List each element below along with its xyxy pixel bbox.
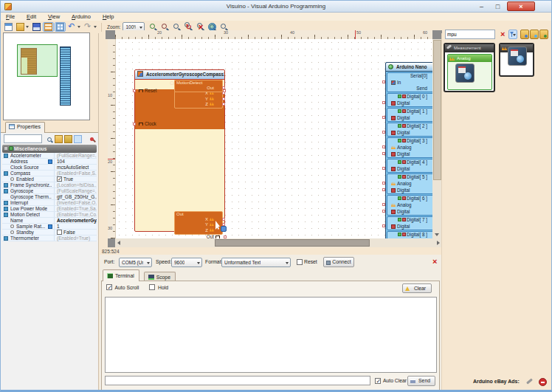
- pin-connector[interactable]: [382, 182, 385, 185]
- property-row[interactable]: Thermometer (Enabled=True): [2, 235, 97, 241]
- pin-connector[interactable]: [382, 203, 385, 206]
- property-row[interactable]: Standby False: [2, 230, 97, 235]
- board-title-bar[interactable]: Arduino Nano: [386, 63, 432, 72]
- component-accelerometer-gyroscope-compass[interactable]: AccelerometerGyroscopeCompass1 Compass R…: [134, 69, 225, 232]
- board-pin-group[interactable]: Digital[ 8 ] Digital: [387, 231, 432, 238]
- pin-connector[interactable]: [382, 80, 385, 83]
- board-pin-group[interactable]: Digital[ 6 ] Analog Digital: [387, 195, 432, 216]
- property-value[interactable]: 104: [55, 159, 97, 165]
- menu-item[interactable]: Arduino: [66, 13, 96, 20]
- input-pin[interactable]: Analog: [387, 202, 432, 208]
- close-button[interactable]: ×: [507, 1, 535, 11]
- property-row[interactable]: Enabled True: [2, 176, 97, 182]
- input-pin[interactable]: Digital: [387, 100, 432, 106]
- board-pin-group[interactable]: Digital[ 0 ] Digital: [387, 93, 432, 107]
- input-pin[interactable]: Digital: [387, 208, 432, 215]
- pin-connector[interactable]: [222, 103, 225, 106]
- pin-connector[interactable]: [382, 116, 385, 119]
- property-row[interactable]: Name AccelerometerGy...: [2, 218, 97, 224]
- arrange-components-icon[interactable]: [549, 30, 552, 39]
- filter-props-icon[interactable]: [45, 135, 53, 143]
- pin-connector[interactable]: [382, 145, 385, 148]
- expand-icon[interactable]: [4, 201, 8, 205]
- reset-checkbox[interactable]: [297, 259, 303, 265]
- canvas-horizontal-scrollbar[interactable]: [108, 238, 442, 247]
- input-pin[interactable]: Digital: [387, 129, 432, 136]
- input-pin[interactable]: Digital: [387, 223, 432, 230]
- category-favorites-icon[interactable]: [539, 30, 548, 39]
- board-send-label[interactable]: Send: [387, 86, 432, 92]
- save-project-icon[interactable]: [31, 22, 42, 32]
- hold-checkbox[interactable]: [149, 284, 155, 290]
- scroll-down-icon[interactable]: [435, 233, 439, 236]
- input-pin[interactable]: Digital: [387, 187, 432, 193]
- undo-icon[interactable]: [66, 22, 82, 32]
- tab-properties[interactable]: Properties: [5, 122, 45, 133]
- pin-connector[interactable]: [222, 97, 225, 100]
- property-value[interactable]: False: [55, 230, 97, 235]
- disconnect-icon[interactable]: [432, 258, 440, 266]
- open-project-icon[interactable]: [15, 22, 30, 32]
- board-pin-group[interactable]: Serial[0] In Send: [387, 72, 432, 92]
- toggle-captions-icon[interactable]: [43, 22, 54, 32]
- filter-components-icon[interactable]: [508, 30, 517, 39]
- board-pin-group[interactable]: Digital[ 1 ] Digital: [387, 108, 432, 122]
- component-title-bar[interactable]: AccelerometerGyroscopeCompass1: [135, 70, 224, 80]
- board-pin-group[interactable]: Digital[ 4 ] Digital: [387, 159, 432, 173]
- mpu-component-thumbnail[interactable]: [455, 63, 475, 83]
- tab-terminal[interactable]: Terminal: [103, 269, 139, 281]
- pin-reset[interactable]: Reset: [137, 88, 156, 94]
- property-row[interactable]: Gyroscope Therm... gtf_GB_250Hz_G...: [2, 194, 97, 200]
- speed-select[interactable]: 9600: [171, 258, 202, 267]
- connect-button[interactable]: Connect: [323, 257, 354, 267]
- input-pin[interactable]: Digital: [387, 151, 432, 157]
- scrollbar-thumb[interactable]: [433, 40, 441, 180]
- palette-subcategory-analog[interactable]: Analog: [447, 54, 492, 90]
- ads-stop-icon[interactable]: [539, 378, 547, 386]
- terminal-output[interactable]: [105, 297, 437, 373]
- pin-connector[interactable]: [382, 152, 385, 155]
- expand-icon[interactable]: [4, 236, 8, 241]
- property-row[interactable]: Accelerometer (FullScaleRange=...: [2, 153, 97, 159]
- property-value[interactable]: (Enabled=True,Sa...: [55, 206, 97, 212]
- property-value[interactable]: (FullScaleRange=...: [55, 188, 97, 194]
- property-value[interactable]: AccelerometerGy...: [55, 218, 97, 224]
- property-row[interactable]: Gyroscope (FullScaleRange=...: [2, 188, 97, 194]
- redo-icon[interactable]: [83, 22, 98, 32]
- toggle-grid-icon[interactable]: [55, 22, 66, 32]
- property-row[interactable]: Sample Rat... 1: [2, 224, 97, 230]
- scrollbar-thumb[interactable]: [215, 239, 370, 247]
- palette-subcategory-header[interactable]: Analog: [448, 55, 491, 62]
- scroll-right-icon[interactable]: [437, 241, 440, 245]
- auto-scroll-checkbox[interactable]: [106, 284, 112, 290]
- new-project-icon[interactable]: [3, 22, 14, 32]
- output-pin[interactable]: Out: [176, 86, 221, 91]
- board-pin-group[interactable]: Digital[ 2 ] Digital: [387, 123, 432, 137]
- input-pin[interactable]: Digital: [387, 114, 432, 121]
- search-input[interactable]: [445, 30, 495, 39]
- pin-connector[interactable]: [133, 123, 136, 125]
- output-pin[interactable]: Z: [176, 228, 221, 233]
- property-row[interactable]: Address 104: [2, 159, 97, 165]
- board-pin-group[interactable]: Digital[ 5 ] Analog Digital: [387, 173, 432, 194]
- design-canvas[interactable]: AccelerometerGyroscopeCompass1 Compass R…: [115, 39, 432, 238]
- property-value[interactable]: mcsAutoSelect: [55, 165, 97, 171]
- pin-connector[interactable]: [133, 89, 136, 92]
- checkbox[interactable]: [57, 176, 62, 182]
- pin-props-icon[interactable]: [88, 135, 96, 143]
- minimap-viewport-rect[interactable]: [17, 44, 58, 77]
- output-pin[interactable]: Y: [176, 97, 221, 102]
- clear-button[interactable]: Clear: [402, 283, 432, 293]
- pin-connector[interactable]: [222, 92, 225, 94]
- input-pin[interactable]: Analog: [387, 144, 432, 151]
- property-value[interactable]: (FullScaleRange=...: [55, 153, 97, 159]
- send-input[interactable]: [105, 376, 370, 385]
- category-all-icon[interactable]: [520, 30, 529, 39]
- property-row[interactable]: Clock Source mcsAutoSelect: [2, 165, 97, 171]
- collapse-all-icon[interactable]: [64, 135, 72, 143]
- category-recent-icon[interactable]: [530, 30, 539, 39]
- output-pin[interactable]: X: [176, 217, 221, 222]
- input-pin[interactable]: Analog: [387, 180, 432, 187]
- arrange-props-icon[interactable]: [74, 135, 82, 143]
- expand-icon[interactable]: [4, 207, 8, 211]
